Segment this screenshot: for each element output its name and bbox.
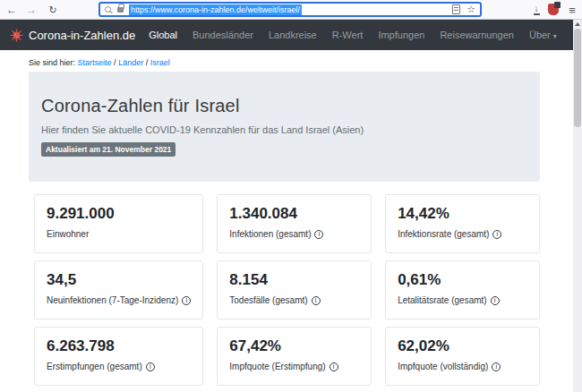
virus-logo-icon [10, 29, 23, 42]
stats-grid: 9.291.000 Einwohner 1.340.084 Infektione… [34, 194, 540, 386]
stat-card-einwohner: 9.291.000 Einwohner [34, 194, 203, 253]
stat-card-neuinfektionen: 34,5 Neuinfektionen (7-Tage-Inzidenz) i [34, 260, 203, 320]
stat-value: 1.340.084 [229, 205, 359, 223]
breadcrumb-link-startseite[interactable]: Startseite [78, 58, 112, 67]
stat-label-text: Impfquote (vollständig) [398, 362, 488, 371]
site-navbar: Corona-in-Zahlen.de Global Bundesländer … [0, 20, 573, 50]
scrollbar-thumb[interactable] [574, 29, 581, 127]
nav-item-r-wert[interactable]: R-Wert [332, 30, 364, 40]
address-bar[interactable]: https://www.corona-in-zahlen.de/weltweit… [98, 2, 482, 17]
stat-label: Impfquote (Erstimpfung) i [229, 362, 359, 371]
brand-label: Corona-in-Zahlen.de [29, 29, 135, 42]
stat-label: Neuinfektionen (7-Tage-Inzidenz) i [47, 295, 191, 305]
stat-label-text: Neuinfektionen (7-Tage-Inzidenz) [47, 295, 178, 305]
url-text: https://www.corona-in-zahlen.de/weltweit… [129, 4, 302, 15]
stat-card-impfquote-voll: 62,02% Impfquote (vollständig) i [385, 327, 540, 386]
bookmark-star-icon[interactable]: ☆ [466, 4, 475, 14]
page-subtitle: Hier finden Sie aktuelle COVID-19 Kennza… [41, 124, 527, 135]
hero-section: Corona-Zahlen für Israel Hier finden Sie… [29, 72, 540, 182]
browser-toolbar: ← → ↻ https://www.corona-in-zahlen.de/we… [0, 0, 582, 20]
brand-link[interactable]: Corona-in-Zahlen.de [10, 29, 135, 42]
stat-card-letalitaetsrate: 0,61% Letalitätsrate (gesamt) i [385, 260, 540, 320]
chevron-down-icon: ▾ [553, 32, 557, 40]
reload-button[interactable]: ↻ [45, 0, 61, 20]
nav-item-ueber-dropdown[interactable]: Über▾ [529, 30, 557, 40]
stat-label: Einwohner [47, 229, 191, 239]
stat-label: Impfquote (vollständig) i [398, 362, 527, 371]
stat-label: Todesfälle (gesamt) i [229, 295, 359, 305]
downloads-button[interactable]: ↓ [528, 0, 544, 20]
stat-label: Letalitätsrate (gesamt) i [398, 295, 527, 305]
stat-value: 0,61% [398, 271, 527, 289]
stat-label-text: Infektionsrate (gesamt) [398, 229, 489, 239]
breadcrumb: Sie sind hier: Startseite / Länder / Isr… [29, 58, 573, 67]
stat-card-erstimpfungen: 6.263.798 Erstimpfungen (gesamt) i [34, 327, 203, 386]
adblock-extension-icon[interactable] [548, 4, 559, 15]
stat-card-todesfaelle: 8.154 Todesfälle (gesamt) i [217, 260, 372, 320]
stat-card-infektionsrate: 14,42% Infektionsrate (gesamt) i [385, 194, 540, 253]
stat-value: 14,42% [398, 205, 527, 223]
info-icon[interactable]: i [492, 362, 501, 371]
download-icon: ↓ [534, 4, 540, 15]
info-icon[interactable]: i [330, 362, 338, 371]
stat-label: Infektionsrate (gesamt) i [398, 229, 527, 239]
info-icon[interactable]: i [146, 362, 155, 371]
stat-label: Infektionen (gesamt) i [229, 229, 359, 239]
nav-menu: Global Bundesländer Landkreise R-Wert Im… [149, 30, 557, 40]
lock-icon [117, 7, 124, 13]
stat-value: 6.263.798 [47, 337, 191, 355]
breadcrumb-prefix: Sie sind hier: [29, 58, 75, 67]
scroll-up-arrow[interactable] [573, 20, 582, 29]
stat-label-text: Impfquote (Erstimpfung) [229, 362, 325, 371]
page-title: Corona-Zahlen für Israel [41, 96, 527, 116]
breadcrumb-link-israel[interactable]: Israel [150, 58, 170, 67]
back-button[interactable]: ← [4, 0, 20, 20]
reader-mode-icon[interactable] [452, 4, 460, 14]
stat-label-text: Letalitätsrate (gesamt) [398, 295, 487, 305]
info-icon[interactable]: i [314, 230, 323, 239]
search-icon [105, 6, 111, 13]
stat-value: 8.154 [229, 271, 359, 289]
info-icon[interactable]: i [312, 296, 321, 305]
breadcrumb-separator: / [146, 58, 149, 67]
stat-value: 67,42% [229, 337, 359, 355]
stat-label-text: Infektionen (gesamt) [229, 229, 311, 239]
stat-label: Erstimpfungen (gesamt) i [47, 362, 191, 371]
hamburger-menu-button[interactable]: ≡ [564, 0, 580, 20]
nav-item-landkreise[interactable]: Landkreise [269, 30, 317, 40]
page-viewport: Corona-in-Zahlen.de Global Bundesländer … [0, 20, 573, 392]
nav-item-reisewarnungen[interactable]: Reisewarnungen [440, 30, 514, 40]
nav-item-bundeslaender[interactable]: Bundesländer [193, 30, 253, 40]
stat-value: 62,02% [398, 337, 527, 355]
info-icon[interactable]: i [491, 296, 500, 305]
breadcrumb-separator: / [114, 58, 116, 67]
stat-label-text: Einwohner [47, 229, 89, 239]
info-icon[interactable]: i [492, 230, 501, 239]
stat-value: 34,5 [47, 271, 191, 289]
stat-card-impfquote-erst: 67,42% Impfquote (Erstimpfung) i [217, 327, 372, 386]
nav-item-global[interactable]: Global [149, 30, 177, 40]
stat-card-infektionen: 1.340.084 Infektionen (gesamt) i [217, 194, 372, 253]
stat-label-text: Todesfälle (gesamt) [229, 295, 307, 305]
forward-button[interactable]: → [23, 0, 39, 20]
up-triangle-icon [575, 22, 580, 26]
stat-label-text: Erstimpfungen (gesamt) [47, 362, 142, 371]
stat-value: 9.291.000 [47, 205, 191, 223]
vertical-scrollbar[interactable] [573, 20, 582, 392]
nav-item-impfungen[interactable]: Impfungen [378, 30, 424, 40]
updated-badge: Aktualisiert am 21. November 2021 [41, 142, 175, 157]
nav-item-ueber-label: Über [529, 30, 551, 40]
breadcrumb-link-laender[interactable]: Länder [118, 58, 143, 67]
info-icon[interactable]: i [182, 296, 191, 305]
